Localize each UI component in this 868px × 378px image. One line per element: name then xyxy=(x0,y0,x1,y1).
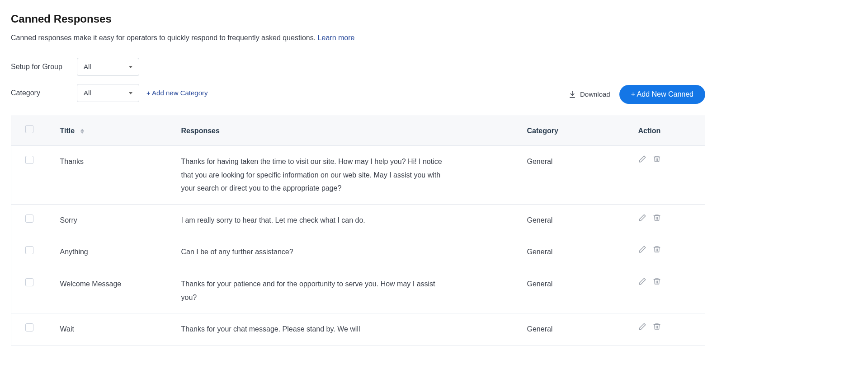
delete-icon[interactable] xyxy=(653,214,661,222)
row-category: General xyxy=(514,204,626,236)
header-responses: Responses xyxy=(169,116,514,146)
table-row: AnythingCan I be of any further assistan… xyxy=(11,236,705,268)
canned-responses-table: Title Responses Category Action ThanksTh… xyxy=(11,116,705,345)
table-row: ThanksThanks for having taken the time t… xyxy=(11,146,705,205)
row-title: Anything xyxy=(47,236,169,268)
page-description: Canned responses make it easy for operat… xyxy=(11,33,705,43)
row-category: General xyxy=(514,313,626,345)
header-action: Action xyxy=(626,116,705,146)
category-select-value: All xyxy=(84,88,91,98)
row-title: Thanks xyxy=(47,146,169,205)
row-checkbox[interactable] xyxy=(25,278,33,286)
row-response: Thanks for your chat message. Please sta… xyxy=(181,322,453,336)
sort-icon xyxy=(80,129,84,134)
row-response: Thanks for your patience and for the opp… xyxy=(181,277,453,304)
category-select[interactable]: All xyxy=(77,84,139,102)
add-category-link[interactable]: + Add new Category xyxy=(146,88,208,98)
delete-icon[interactable] xyxy=(653,245,661,253)
delete-icon[interactable] xyxy=(653,155,661,163)
row-response: I am really sorry to hear that. Let me c… xyxy=(181,214,453,227)
edit-icon[interactable] xyxy=(638,245,646,253)
table-row: SorryI am really sorry to hear that. Let… xyxy=(11,204,705,236)
download-label: Download xyxy=(580,89,610,100)
delete-icon[interactable] xyxy=(653,322,661,331)
row-response: Thanks for having taken the time to visi… xyxy=(181,155,453,195)
edit-icon[interactable] xyxy=(638,322,646,331)
row-title: Welcome Message xyxy=(47,268,169,313)
header-title-text: Title xyxy=(60,127,75,135)
caret-down-icon xyxy=(129,66,132,68)
download-icon xyxy=(568,90,576,98)
row-category: General xyxy=(514,268,626,313)
edit-icon[interactable] xyxy=(638,277,646,285)
row-title: Wait xyxy=(47,313,169,345)
row-title: Sorry xyxy=(47,204,169,236)
table-row: WaitThanks for your chat message. Please… xyxy=(11,313,705,345)
header-select-all xyxy=(11,116,47,146)
page-description-text: Canned responses make it easy for operat… xyxy=(11,34,318,42)
group-select[interactable]: All xyxy=(77,58,139,76)
select-all-checkbox[interactable] xyxy=(25,125,33,133)
category-filter-label: Category xyxy=(11,88,70,98)
row-response: Can I be of any further assistance? xyxy=(181,245,453,259)
group-filter-label: Setup for Group xyxy=(11,61,70,72)
row-checkbox[interactable] xyxy=(25,323,33,331)
edit-icon[interactable] xyxy=(638,214,646,222)
edit-icon[interactable] xyxy=(638,155,646,163)
learn-more-link[interactable]: Learn more xyxy=(318,34,355,42)
caret-down-icon xyxy=(129,92,132,94)
page-title: Canned Responses xyxy=(11,11,705,27)
row-checkbox[interactable] xyxy=(25,215,33,223)
table-row: Welcome MessageThanks for your patience … xyxy=(11,268,705,313)
row-category: General xyxy=(514,236,626,268)
row-checkbox[interactable] xyxy=(25,156,33,164)
row-checkbox[interactable] xyxy=(25,246,33,254)
header-category: Category xyxy=(514,116,626,146)
download-link[interactable]: Download xyxy=(568,89,610,100)
row-category: General xyxy=(514,146,626,205)
header-title[interactable]: Title xyxy=(47,116,169,146)
add-canned-button[interactable]: + Add New Canned xyxy=(619,85,705,104)
group-select-value: All xyxy=(84,62,91,72)
group-filter-row: Setup for Group All xyxy=(11,58,705,76)
delete-icon[interactable] xyxy=(653,277,661,285)
